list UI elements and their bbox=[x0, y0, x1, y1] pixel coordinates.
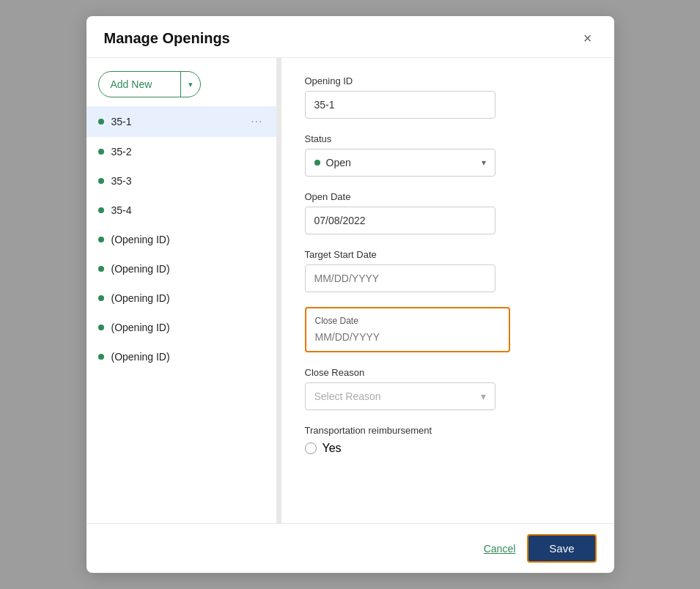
save-button[interactable]: Save bbox=[527, 534, 596, 563]
transport-label: Transportation reimbursement bbox=[305, 425, 591, 436]
sidebar-item-35-4[interactable]: 35-4 bbox=[86, 196, 276, 225]
sidebar-item-opening-5[interactable]: (Opening ID) bbox=[86, 342, 276, 371]
close-date-label: Close Date bbox=[315, 316, 500, 326]
sidebar-item-label: 35-4 bbox=[111, 204, 265, 216]
target-start-date-label: Target Start Date bbox=[305, 249, 591, 260]
status-label: Status bbox=[305, 133, 591, 144]
sidebar-item-dot bbox=[98, 325, 104, 330]
sidebar-item-35-1[interactable]: 35-1 ··· bbox=[86, 106, 276, 137]
close-reason-dropdown-icon: ▾ bbox=[481, 390, 486, 402]
sidebar-item-label: (Opening ID) bbox=[111, 322, 265, 333]
open-date-label: Open Date bbox=[305, 191, 591, 202]
yes-radio-label: Yes bbox=[323, 442, 342, 455]
sidebar-item-dot bbox=[98, 237, 104, 242]
modal-header: Manage Openings × bbox=[86, 16, 614, 58]
sidebar-item-dot bbox=[98, 354, 104, 360]
modal-footer: Cancel Save bbox=[86, 523, 614, 573]
close-date-field: Close Date bbox=[305, 307, 591, 352]
add-new-label: Add New bbox=[99, 73, 180, 95]
modal-body: Add New ▾ 35-1 ··· 35-2 bbox=[86, 58, 614, 523]
close-reason-select[interactable]: Select Reason ▾ bbox=[305, 382, 495, 410]
close-reason-wrapper: Select Reason ▾ bbox=[305, 382, 495, 410]
close-date-highlighted-wrapper: Close Date bbox=[305, 307, 510, 352]
status-dot-icon bbox=[314, 160, 320, 166]
sidebar: Add New ▾ 35-1 ··· 35-2 bbox=[86, 58, 277, 523]
select-reason-placeholder: Select Reason bbox=[314, 390, 381, 402]
transport-radio-group: Yes bbox=[305, 442, 591, 455]
sidebar-item-35-3[interactable]: 35-3 bbox=[86, 166, 276, 196]
sidebar-item-dot bbox=[98, 178, 104, 184]
opening-id-field: Opening ID bbox=[305, 75, 591, 119]
add-new-button[interactable]: Add New ▾ bbox=[98, 71, 201, 97]
add-new-arrow-icon: ▾ bbox=[181, 75, 200, 95]
close-reason-label: Close Reason bbox=[305, 367, 591, 378]
sidebar-item-35-2[interactable]: 35-2 bbox=[86, 137, 276, 166]
close-reason-field: Close Reason Select Reason ▾ bbox=[305, 367, 591, 410]
modal-title: Manage Openings bbox=[104, 30, 230, 47]
open-date-field: Open Date bbox=[305, 191, 591, 234]
status-dropdown-icon: ▾ bbox=[482, 158, 486, 168]
sidebar-list: 35-1 ··· 35-2 35-3 35-4 bbox=[86, 106, 276, 371]
status-select[interactable]: Open ▾ bbox=[305, 149, 495, 177]
sidebar-item-dot bbox=[98, 149, 104, 155]
sidebar-item-dot bbox=[98, 266, 104, 272]
target-start-date-field: Target Start Date bbox=[305, 249, 591, 292]
modal-overlay: Manage Openings × Add New ▾ 35-1 bbox=[0, 0, 700, 589]
sidebar-item-dot bbox=[98, 119, 104, 125]
sidebar-item-label: 35-2 bbox=[111, 146, 265, 158]
sidebar-item-label: 35-3 bbox=[111, 175, 265, 187]
manage-openings-modal: Manage Openings × Add New ▾ 35-1 bbox=[86, 16, 614, 573]
close-date-input[interactable] bbox=[315, 331, 500, 343]
sidebar-item-opening-1[interactable]: (Opening ID) bbox=[86, 225, 276, 254]
opening-id-label: Opening ID bbox=[305, 75, 591, 86]
add-new-container: Add New ▾ bbox=[86, 65, 276, 106]
sidebar-item-opening-4[interactable]: (Opening ID) bbox=[86, 313, 276, 342]
sidebar-item-label: (Opening ID) bbox=[111, 234, 265, 245]
main-form: Opening ID Status Open ▾ Open Date bbox=[281, 58, 614, 523]
sidebar-item-label: (Opening ID) bbox=[111, 292, 265, 304]
close-button[interactable]: × bbox=[579, 29, 597, 47]
sidebar-item-label: 35-1 bbox=[111, 116, 250, 127]
status-field: Status Open ▾ bbox=[305, 133, 591, 177]
sidebar-item-dot bbox=[98, 295, 104, 301]
transportation-field: Transportation reimbursement Yes bbox=[305, 425, 591, 455]
open-date-input[interactable] bbox=[305, 207, 495, 234]
sidebar-item-opening-3[interactable]: (Opening ID) bbox=[86, 284, 276, 313]
cancel-button[interactable]: Cancel bbox=[484, 543, 516, 555]
opening-id-input[interactable] bbox=[305, 91, 495, 119]
sidebar-item-opening-2[interactable]: (Opening ID) bbox=[86, 254, 276, 284]
sidebar-item-label: (Opening ID) bbox=[111, 351, 265, 363]
target-start-date-input[interactable] bbox=[305, 264, 495, 292]
status-value: Open bbox=[326, 157, 351, 168]
sidebar-item-dot bbox=[98, 207, 104, 213]
sidebar-item-label: (Opening ID) bbox=[111, 263, 265, 275]
yes-radio-button[interactable] bbox=[305, 442, 317, 454]
more-options-button[interactable]: ··· bbox=[249, 115, 264, 128]
